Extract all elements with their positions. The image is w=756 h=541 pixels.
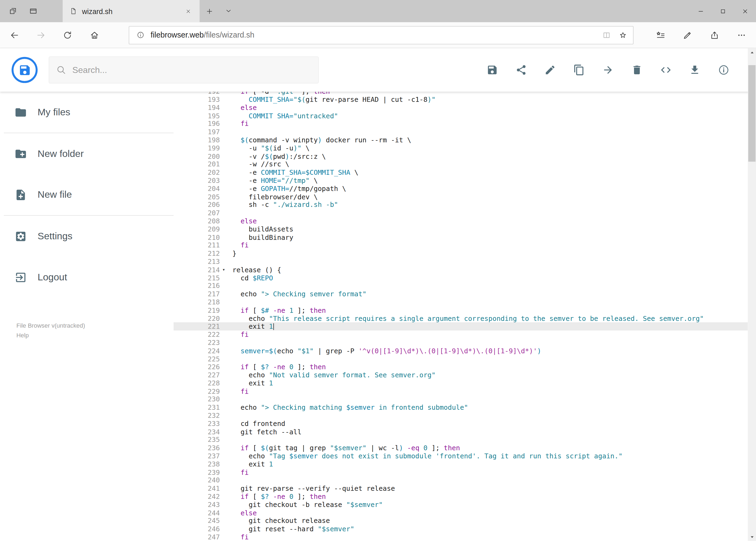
- close-window-button[interactable]: [734, 0, 756, 22]
- code-line-237[interactable]: 237 echo "Tag $semver does not exist in …: [173, 452, 748, 460]
- code-line-230[interactable]: 230: [173, 395, 748, 403]
- code-line-225[interactable]: 225: [173, 355, 748, 363]
- rename-button[interactable]: [544, 64, 556, 76]
- web-note-button[interactable]: [678, 25, 697, 45]
- code-line-223[interactable]: 223: [173, 339, 748, 347]
- minimize-button[interactable]: [689, 0, 711, 22]
- code-line-246[interactable]: 246 git reset --hard "$semver": [173, 525, 748, 533]
- delete-button[interactable]: [631, 64, 642, 76]
- sidebar-item-my-files[interactable]: My files: [0, 92, 173, 133]
- code-line-209[interactable]: 209 buildAssets: [173, 225, 748, 234]
- code-line-200[interactable]: 200 -v /$(pwd):/src:z \: [173, 152, 748, 161]
- hub-button[interactable]: [651, 25, 670, 45]
- code-line-245[interactable]: 245 git checkout release: [173, 517, 748, 525]
- code-line-211[interactable]: 211 fi: [173, 242, 748, 250]
- code-line-232[interactable]: 232: [173, 412, 748, 420]
- code-editor[interactable]: 192 if [ -d ".git" ]; then193 COMMIT_SHA…: [173, 92, 748, 541]
- vertical-scrollbar[interactable]: [748, 48, 756, 541]
- code-line-192[interactable]: 192 if [ -d ".git" ]; then: [173, 92, 748, 95]
- site-info-button[interactable]: [133, 28, 148, 42]
- code-line-235[interactable]: 235: [173, 436, 748, 444]
- code-line-214[interactable]: 214▾release () {: [173, 266, 748, 274]
- code-line-224[interactable]: 224 semver=$(echo "$1" | grep -P '^v(0|[…: [173, 347, 748, 355]
- code-line-194[interactable]: 194 else: [173, 104, 748, 112]
- code-line-213[interactable]: 213: [173, 258, 748, 266]
- code-line-215[interactable]: 215 cd $REPO: [173, 274, 748, 282]
- close-tab-button[interactable]: [181, 4, 195, 18]
- code-line-229[interactable]: 229 fi: [173, 387, 748, 395]
- code-line-204[interactable]: 204 -e GOPATH=//tmp/gopath \: [173, 185, 748, 193]
- code-line-216[interactable]: 216: [173, 282, 748, 290]
- help-link[interactable]: Help: [16, 330, 173, 340]
- code-line-206[interactable]: 206 sh -c "./wizard.sh -b": [173, 201, 748, 209]
- share-button[interactable]: [516, 64, 527, 76]
- copy-button[interactable]: [573, 64, 585, 76]
- code-line-197[interactable]: 197: [173, 128, 748, 136]
- code-line-222[interactable]: 222 fi: [173, 330, 748, 339]
- forward-button[interactable]: [32, 25, 51, 45]
- set-tabs-aside-button[interactable]: [3, 0, 23, 22]
- refresh-button[interactable]: [58, 25, 77, 45]
- code-line-231[interactable]: 231 echo "> Checking matching $semver in…: [173, 403, 748, 412]
- code-line-242[interactable]: 242 if [ $? -ne 0 ]; then: [173, 493, 748, 501]
- code-line-208[interactable]: 208 else: [173, 217, 748, 225]
- search-box[interactable]: [49, 56, 319, 84]
- code-line-244[interactable]: 244 else: [173, 509, 748, 517]
- code-line-210[interactable]: 210 buildBinary: [173, 234, 748, 242]
- code-line-193[interactable]: 193 COMMIT_SHA="$(git rev-parse HEAD | c…: [173, 96, 748, 104]
- code-line-220[interactable]: 220 echo "This release script requires a…: [173, 314, 748, 322]
- maximize-button[interactable]: [712, 0, 734, 22]
- code-line-196[interactable]: 196 fi: [173, 120, 748, 128]
- code-line-207[interactable]: 207: [173, 209, 748, 217]
- sidebar-item-new-file[interactable]: New file: [0, 174, 173, 215]
- code-line-205[interactable]: 205 filebrowser/dev \: [173, 193, 748, 201]
- filebrowser-logo[interactable]: [12, 57, 38, 83]
- code-line-228[interactable]: 228 exit 1: [173, 379, 748, 387]
- sidebar-item-logout[interactable]: Logout: [0, 257, 173, 297]
- code-line-240[interactable]: 240: [173, 476, 748, 485]
- code-line-217[interactable]: 217 echo "> Checking semver format": [173, 290, 748, 298]
- code-line-219[interactable]: 219 if [ $# -ne 1 ]; then: [173, 306, 748, 314]
- download-button[interactable]: [689, 64, 701, 76]
- code-line-226[interactable]: 226 if [ $? -ne 0 ]; then: [173, 363, 748, 371]
- code-line-236[interactable]: 236 if [ $(git tag | grep "$semver" | wc…: [173, 444, 748, 452]
- move-button[interactable]: [602, 64, 614, 76]
- code-line-202[interactable]: 202 -e COMMIT_SHA=$COMMIT_SHA \: [173, 169, 748, 177]
- editor-button[interactable]: [660, 64, 672, 76]
- code-line-198[interactable]: 198 $(command -v winpty) docker run --rm…: [173, 136, 748, 144]
- tab-preview-button[interactable]: [23, 0, 44, 22]
- code-line-212[interactable]: 212}: [173, 250, 748, 258]
- code-line-221[interactable]: 221 exit 1: [173, 322, 748, 330]
- code-line-199[interactable]: 199 -u "$(id -u)" \: [173, 144, 748, 152]
- code-line-234[interactable]: 234 git fetch --all: [173, 428, 748, 436]
- code-line-218[interactable]: 218: [173, 298, 748, 306]
- scrollbar-thumb[interactable]: [748, 65, 755, 162]
- scroll-up-button[interactable]: [748, 48, 756, 56]
- code-line-227[interactable]: 227 echo "Not valid semver format. See s…: [173, 371, 748, 379]
- home-button[interactable]: [85, 25, 104, 45]
- code-line-247[interactable]: 247 fi: [173, 533, 748, 541]
- scroll-down-button[interactable]: [748, 533, 756, 541]
- address-bar[interactable]: filebrowser.web/files/wizard.sh: [129, 26, 634, 44]
- new-tab-button[interactable]: [200, 0, 219, 22]
- fold-marker-icon[interactable]: ▾: [220, 266, 232, 274]
- code-line-241[interactable]: 241 git rev-parse --verify --quiet relea…: [173, 485, 748, 493]
- code-line-195[interactable]: 195 COMMIT_SHA="untracked": [173, 112, 748, 120]
- search-input[interactable]: [72, 65, 312, 75]
- code-line-239[interactable]: 239 fi: [173, 468, 748, 476]
- code-line-201[interactable]: 201 -w //src \: [173, 161, 748, 169]
- save-button[interactable]: [486, 64, 498, 76]
- reading-view-button[interactable]: [599, 27, 615, 43]
- code-line-233[interactable]: 233 cd frontend: [173, 420, 748, 428]
- browser-tab-wizard-sh[interactable]: wizard.sh: [63, 0, 199, 22]
- share-button[interactable]: [705, 25, 724, 45]
- add-favorite-button[interactable]: [615, 27, 631, 43]
- code-line-243[interactable]: 243 git checkout -b release "$semver": [173, 501, 748, 509]
- info-button[interactable]: [718, 64, 730, 76]
- code-line-203[interactable]: 203 -e HOME="//tmp" \: [173, 177, 748, 185]
- sidebar-item-new-folder[interactable]: New folder: [0, 133, 173, 174]
- sidebar-item-settings[interactable]: Settings: [0, 216, 173, 257]
- code-line-238[interactable]: 238 exit 1: [173, 460, 748, 468]
- back-button[interactable]: [5, 25, 24, 45]
- url-text[interactable]: filebrowser.web/files/wizard.sh: [150, 31, 599, 39]
